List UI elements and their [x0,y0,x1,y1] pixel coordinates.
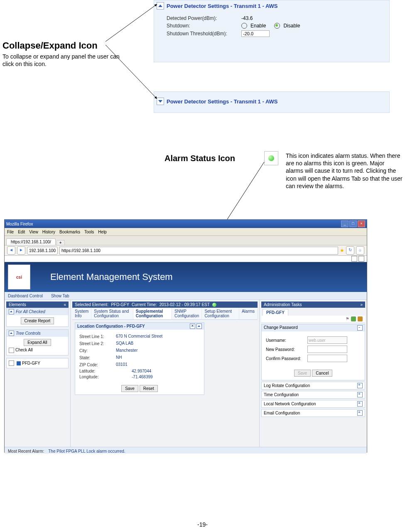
confirm-password-input[interactable] [307,355,347,362]
street1-input[interactable] [115,333,171,339]
pw-save-button[interactable]: Save [294,370,311,377]
shutdown-disable-label: Disable [283,23,300,29]
collapse-callout: Collapse/Expand Icon To collapse or expa… [2,40,131,68]
plus-icon[interactable] [357,383,363,388]
city-input[interactable] [115,348,171,353]
browser-tabbar: https://192.168.1.100/ + [5,236,367,245]
config-tabs: System Info System Status and Configurat… [72,308,258,320]
loc-save-button[interactable]: Save [121,385,138,392]
ems-banner: csi Element Management System [5,262,367,292]
for-all-checked: For All Checked [16,309,45,314]
panel1-title: Power Detector Settings - Transmit 1 - A… [167,3,278,9]
admin-tasks-header: Administration Tasks » [261,302,365,308]
maximize-button[interactable]: □ [349,221,357,227]
panel-collapse-icon[interactable] [196,324,202,329]
menu-edit[interactable]: Edit [18,230,25,234]
topbar-icon-2[interactable] [358,256,364,262]
log-rotate-row[interactable]: Log Rotate Configuration [261,382,365,390]
menu-bookmarks[interactable]: Bookmarks [59,230,80,234]
back-button[interactable]: ◄ [7,246,15,255]
menu-tools[interactable]: Tools [84,230,94,234]
collapse-callout-body: To collapse or expand any panel the user… [2,53,131,68]
chgpw-collapse-icon[interactable] [357,325,363,331]
tab-alarms[interactable]: Alarms [239,308,258,319]
collapse-icon[interactable] [157,2,164,10]
admin-icon-1[interactable] [351,316,356,321]
most-recent-alarm-bar: Most Recent Alarm: The Pilot FPGA PLL Lo… [5,447,367,454]
email-config-row[interactable]: Email Configuration [261,409,365,417]
dashboard-control[interactable]: Dashboard Control [8,294,43,298]
alarm-status-icon[interactable] [212,303,216,307]
threshold-label: Shutdown Threshold(dBm): [167,31,241,37]
loc-reset-button[interactable]: Reset [140,385,158,392]
menu-history[interactable]: History [42,230,55,234]
street2-input[interactable] [115,341,171,346]
show-tab[interactable]: Show Tab [51,294,69,298]
svg-line-0 [106,4,157,42]
menu-file[interactable]: File [7,230,14,234]
for-all-collapse-icon[interactable] [9,309,14,314]
browser-urlbar: ◄ ► 192.168.1.100 ★ ↻ ⌂ [5,245,367,256]
admin-element-tab[interactable]: PFD-GFY [263,309,288,316]
new-password-input[interactable] [307,346,347,353]
shutdown-enable-radio[interactable] [241,23,247,29]
expand-all-button[interactable]: Expand All [24,339,51,346]
local-network-row[interactable]: Local Network Configuration [261,400,365,408]
content-topbar [5,256,367,262]
browser-titlebar: Mozilla Firefox _ □ × [5,220,367,228]
tab-system-status[interactable]: System Status and Configuration [91,308,133,319]
menu-view[interactable]: View [29,230,38,234]
new-tab-button[interactable]: + [56,240,65,245]
state-input[interactable] [115,355,171,360]
detected-power-label: Detected Power(dBm): [167,15,241,21]
tree-node[interactable]: PFD-GFY [22,361,40,365]
alarm-status-dot-icon [268,155,274,161]
csi-logo: csi [8,265,30,289]
time-config-row[interactable]: Time Configuration [261,391,365,399]
topbar-icon-1[interactable] [351,256,357,262]
home-button[interactable]: ⌂ [356,246,364,255]
check-all-label: Check All [15,348,33,352]
tab-snmp[interactable]: SNMP Configuration [172,308,202,319]
tab-supplemental[interactable]: Supplemental Configuration [133,308,172,319]
tab-system-info[interactable]: System Info [72,308,91,319]
threshold-input[interactable] [241,30,270,37]
page-number: -19- [0,521,405,528]
node-checkbox[interactable] [9,360,14,366]
plus-icon[interactable] [357,410,363,416]
minimize-button[interactable]: _ [341,221,349,227]
reload-button[interactable]: ↻ [346,246,354,255]
alarm-callout-body: This icon indicates alarm status. When t… [286,152,403,190]
alarm-status-icon-box[interactable] [264,151,278,165]
bookmark-star-icon[interactable]: ★ [340,248,344,253]
identity-box[interactable]: 192.168.1.100 [27,247,58,255]
create-report-button[interactable]: Create Report [21,317,54,324]
shutdown-enable-label: Enable [250,23,266,29]
tree-controls: Tree Controls [16,331,41,336]
recent-alarm-value: The Pilot FPGA PLL Lock alarm occurred. [48,449,125,454]
browser-menubar: File Edit View History Bookmarks Tools H… [5,228,367,236]
panel-close-icon[interactable]: × [190,324,195,329]
power-detector-panel-expanded: Power Detector Settings - Transmit 1 - A… [154,0,390,62]
plus-icon[interactable] [357,392,363,397]
expand-icon[interactable] [157,98,164,105]
ems-title: Element Management System [50,272,173,282]
tab-setup-element[interactable]: Setup Element Configuration [202,308,239,319]
shutdown-disable-radio[interactable] [274,23,280,29]
tree-collapse-icon[interactable] [9,331,14,336]
plus-icon[interactable] [357,401,363,407]
zip-input[interactable] [115,362,171,368]
recent-alarm-label: Most Recent Alarm: [8,449,44,454]
url-input[interactable] [59,247,338,255]
browser-tab[interactable]: https://192.168.1.100/ [6,238,56,245]
selected-element-headline: Selected Element: PFD-GFY Current Time: … [72,302,258,308]
forward-button[interactable]: ► [17,246,25,255]
admin-icon-2[interactable] [358,316,363,321]
close-button[interactable]: × [358,221,365,227]
pw-cancel-button[interactable]: Cancel [312,370,332,377]
check-all-checkbox[interactable] [9,348,14,353]
menu-help[interactable]: Help [98,230,107,234]
panel2-title: Power Detector Settings - Transmit 1 - A… [167,98,278,105]
admin-icon-row: ⚑ [261,316,365,323]
detected-power-value: -43.6 [241,15,253,21]
